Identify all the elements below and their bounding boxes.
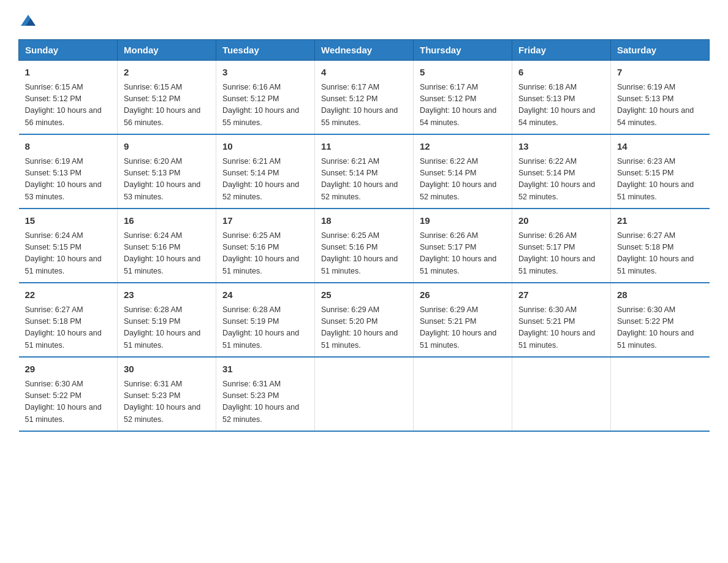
logo-icon [20,12,37,29]
calendar-cell: 14Sunrise: 6:23 AMSunset: 5:15 PMDayligh… [611,134,710,209]
calendar-cell [611,357,710,431]
day-info: Sunrise: 6:25 AMSunset: 5:16 PMDaylight:… [321,231,398,275]
calendar-cell: 16Sunrise: 6:24 AMSunset: 5:16 PMDayligh… [118,209,216,283]
column-header-monday: Monday [118,40,216,61]
day-info: Sunrise: 6:27 AMSunset: 5:18 PMDaylight:… [25,305,102,350]
column-header-tuesday: Tuesday [216,40,315,61]
column-header-saturday: Saturday [611,40,710,61]
day-info: Sunrise: 6:24 AMSunset: 5:16 PMDaylight:… [124,231,200,275]
day-info: Sunrise: 6:24 AMSunset: 5:15 PMDaylight:… [25,231,102,275]
day-number: 14 [617,140,703,154]
day-number: 16 [124,214,210,228]
day-number: 19 [420,214,506,228]
day-info: Sunrise: 6:26 AMSunset: 5:17 PMDaylight:… [518,231,595,275]
calendar-cell: 8Sunrise: 6:19 AMSunset: 5:13 PMDaylight… [19,134,118,209]
day-number: 11 [321,140,407,154]
day-number: 15 [25,214,112,228]
day-info: Sunrise: 6:27 AMSunset: 5:18 PMDaylight:… [617,231,694,275]
day-info: Sunrise: 6:30 AMSunset: 5:22 PMDaylight:… [617,305,694,350]
calendar-cell: 2Sunrise: 6:15 AMSunset: 5:12 PMDaylight… [118,61,216,135]
day-info: Sunrise: 6:28 AMSunset: 5:19 PMDaylight:… [124,305,200,350]
day-number: 8 [25,140,112,154]
calendar-table: SundayMondayTuesdayWednesdayThursdayFrid… [18,39,710,432]
calendar-header-row: SundayMondayTuesdayWednesdayThursdayFrid… [19,40,710,61]
day-number: 23 [124,288,210,302]
day-number: 22 [25,288,112,302]
day-info: Sunrise: 6:17 AMSunset: 5:12 PMDaylight:… [321,83,398,127]
day-number: 13 [518,140,604,154]
day-info: Sunrise: 6:29 AMSunset: 5:20 PMDaylight:… [321,305,398,350]
day-number: 28 [617,288,703,302]
column-header-friday: Friday [512,40,611,61]
calendar-cell: 31Sunrise: 6:31 AMSunset: 5:23 PMDayligh… [216,357,315,431]
page-header [18,12,710,29]
calendar-cell: 21Sunrise: 6:27 AMSunset: 5:18 PMDayligh… [611,209,710,283]
day-info: Sunrise: 6:16 AMSunset: 5:12 PMDaylight:… [222,83,299,127]
column-header-wednesday: Wednesday [315,40,414,61]
calendar-cell: 23Sunrise: 6:28 AMSunset: 5:19 PMDayligh… [118,283,216,357]
day-number: 29 [25,362,112,377]
day-info: Sunrise: 6:21 AMSunset: 5:14 PMDaylight:… [321,157,398,201]
day-info: Sunrise: 6:21 AMSunset: 5:14 PMDaylight:… [222,157,299,201]
calendar-cell: 28Sunrise: 6:30 AMSunset: 5:22 PMDayligh… [611,283,710,357]
day-info: Sunrise: 6:31 AMSunset: 5:23 PMDaylight:… [222,380,299,424]
calendar-cell: 12Sunrise: 6:22 AMSunset: 5:14 PMDayligh… [414,134,512,209]
day-info: Sunrise: 6:22 AMSunset: 5:14 PMDaylight:… [420,157,496,201]
calendar-cell: 10Sunrise: 6:21 AMSunset: 5:14 PMDayligh… [216,134,315,209]
day-number: 25 [321,288,407,302]
day-number: 21 [617,214,703,228]
day-info: Sunrise: 6:15 AMSunset: 5:12 PMDaylight:… [25,83,102,127]
day-number: 3 [222,66,308,80]
day-number: 12 [420,140,506,154]
day-info: Sunrise: 6:20 AMSunset: 5:13 PMDaylight:… [124,157,200,201]
day-number: 27 [518,288,604,302]
calendar-cell: 13Sunrise: 6:22 AMSunset: 5:14 PMDayligh… [512,134,611,209]
calendar-cell: 5Sunrise: 6:17 AMSunset: 5:12 PMDaylight… [414,61,512,135]
day-info: Sunrise: 6:30 AMSunset: 5:21 PMDaylight:… [518,305,595,350]
calendar-cell: 22Sunrise: 6:27 AMSunset: 5:18 PMDayligh… [19,283,118,357]
day-info: Sunrise: 6:30 AMSunset: 5:22 PMDaylight:… [25,380,102,424]
day-info: Sunrise: 6:15 AMSunset: 5:12 PMDaylight:… [124,83,200,127]
calendar-cell: 6Sunrise: 6:18 AMSunset: 5:13 PMDaylight… [512,61,611,135]
calendar-cell: 15Sunrise: 6:24 AMSunset: 5:15 PMDayligh… [19,209,118,283]
calendar-cell [414,357,512,431]
calendar-cell: 20Sunrise: 6:26 AMSunset: 5:17 PMDayligh… [512,209,611,283]
calendar-cell: 1Sunrise: 6:15 AMSunset: 5:12 PMDaylight… [19,61,118,135]
day-number: 5 [420,66,506,80]
day-info: Sunrise: 6:29 AMSunset: 5:21 PMDaylight:… [420,305,496,350]
calendar-cell: 3Sunrise: 6:16 AMSunset: 5:12 PMDaylight… [216,61,315,135]
day-info: Sunrise: 6:23 AMSunset: 5:15 PMDaylight:… [617,157,694,201]
day-number: 26 [420,288,506,302]
calendar-week-row: 22Sunrise: 6:27 AMSunset: 5:18 PMDayligh… [19,283,710,357]
column-header-sunday: Sunday [19,40,118,61]
calendar-cell: 17Sunrise: 6:25 AMSunset: 5:16 PMDayligh… [216,209,315,283]
calendar-week-row: 8Sunrise: 6:19 AMSunset: 5:13 PMDaylight… [19,134,710,209]
day-info: Sunrise: 6:31 AMSunset: 5:23 PMDaylight:… [124,380,200,424]
calendar-cell: 11Sunrise: 6:21 AMSunset: 5:14 PMDayligh… [315,134,414,209]
calendar-cell: 19Sunrise: 6:26 AMSunset: 5:17 PMDayligh… [414,209,512,283]
calendar-cell: 18Sunrise: 6:25 AMSunset: 5:16 PMDayligh… [315,209,414,283]
day-info: Sunrise: 6:26 AMSunset: 5:17 PMDaylight:… [420,231,496,275]
logo [18,12,37,29]
calendar-cell: 26Sunrise: 6:29 AMSunset: 5:21 PMDayligh… [414,283,512,357]
calendar-cell: 25Sunrise: 6:29 AMSunset: 5:20 PMDayligh… [315,283,414,357]
calendar-cell: 30Sunrise: 6:31 AMSunset: 5:23 PMDayligh… [118,357,216,431]
day-info: Sunrise: 6:17 AMSunset: 5:12 PMDaylight:… [420,83,496,127]
calendar-cell: 29Sunrise: 6:30 AMSunset: 5:22 PMDayligh… [19,357,118,431]
calendar-cell [315,357,414,431]
day-number: 6 [518,66,604,80]
day-info: Sunrise: 6:28 AMSunset: 5:19 PMDaylight:… [222,305,299,350]
day-info: Sunrise: 6:19 AMSunset: 5:13 PMDaylight:… [617,83,694,127]
calendar-cell: 27Sunrise: 6:30 AMSunset: 5:21 PMDayligh… [512,283,611,357]
column-header-thursday: Thursday [414,40,512,61]
day-number: 30 [124,362,210,377]
day-info: Sunrise: 6:18 AMSunset: 5:13 PMDaylight:… [518,83,595,127]
day-number: 2 [124,66,210,80]
calendar-week-row: 15Sunrise: 6:24 AMSunset: 5:15 PMDayligh… [19,209,710,283]
day-info: Sunrise: 6:25 AMSunset: 5:16 PMDaylight:… [222,231,299,275]
day-number: 10 [222,140,308,154]
calendar-week-row: 29Sunrise: 6:30 AMSunset: 5:22 PMDayligh… [19,357,710,431]
day-number: 18 [321,214,407,228]
day-info: Sunrise: 6:19 AMSunset: 5:13 PMDaylight:… [25,157,102,201]
day-number: 1 [25,66,112,80]
